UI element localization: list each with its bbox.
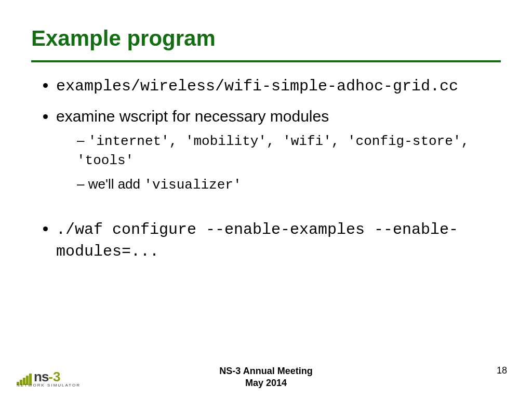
footer-line1: NS-3 Annual Meeting [0,365,532,377]
page-number: 18 [497,365,507,376]
bullet-text: examples/wireless/wifi-simple-adhoc-grid… [56,77,458,95]
footer-center: NS-3 Annual Meeting May 2014 [0,365,532,389]
sub-bullet-item: we'll add 'visualizer' [77,175,501,194]
bullet-item: examine wscript for necessary modules 'i… [56,106,501,194]
sub-bullet-text-code: 'visualizer' [144,177,241,193]
bullet-list: examples/wireless/wifi-simple-adhoc-grid… [31,75,501,262]
sub-bullet-text-prefix: we'll add [88,176,144,192]
slide: Example program examples/wireless/wifi-s… [0,0,532,399]
footer: ns-3 NETWORK SIMULATOR NS-3 Annual Meeti… [0,361,532,392]
bullet-item: examples/wireless/wifi-simple-adhoc-grid… [56,75,501,97]
footer-line2: May 2014 [0,377,532,389]
slide-title: Example program [31,26,501,51]
bullet-item: ./waf configure --enable-examples --enab… [56,218,501,262]
sub-bullet-text: 'internet', 'mobility', 'wifi', 'config-… [77,134,469,168]
sub-bullet-item: 'internet', 'mobility', 'wifi', 'config-… [77,131,501,170]
title-rule [31,60,501,62]
bullet-text: examine wscript for necessary modules [56,108,329,125]
spacer [56,204,501,218]
sub-bullet-list: 'internet', 'mobility', 'wifi', 'config-… [56,131,501,194]
bullet-text: ./waf configure --enable-examples --enab… [56,221,458,260]
